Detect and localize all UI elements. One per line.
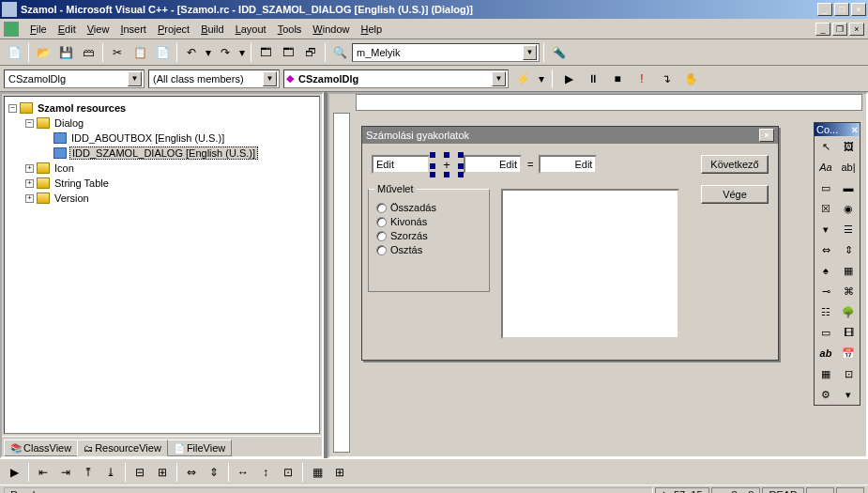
end-button[interactable]: Vége <box>701 185 769 204</box>
tool-pointer[interactable]: ↖ <box>815 136 837 157</box>
edit-result[interactable]: Edit <box>539 155 597 174</box>
tool-hscrollbar[interactable]: ⇔ <box>815 239 837 260</box>
align-left-button[interactable]: ⇤ <box>33 462 53 483</box>
maximize-button[interactable]: □ <box>834 3 849 16</box>
tree-string-table[interactable]: String Table <box>53 177 111 189</box>
tool-check-box[interactable]: ☒ <box>815 198 837 219</box>
toolbox-titlebar[interactable]: Co... × <box>815 123 860 136</box>
operation-groupbox[interactable]: Művelet Összadás Kivonás Szorzás Osztás <box>368 189 490 292</box>
open-button[interactable]: 📂 <box>33 42 53 63</box>
align-right-button[interactable]: ⇥ <box>55 462 76 483</box>
debug-break-button[interactable]: ⏸ <box>583 69 603 89</box>
tool-progress[interactable]: ▦ <box>837 260 860 281</box>
tool-tab-control[interactable]: ▭ <box>815 322 837 343</box>
tree-aboutbox[interactable]: IDD_ABOUTBOX [English (U.S.)] <box>69 132 226 144</box>
next-button[interactable]: Következő <box>701 155 769 174</box>
vertical-ruler[interactable] <box>333 113 350 453</box>
make-same-size-button[interactable]: ⊡ <box>278 462 298 483</box>
tool-extended-combo[interactable]: ▾ <box>837 384 860 405</box>
member-combo[interactable]: ◆ CSzamolDlg ▼ <box>283 69 509 88</box>
menu-layout[interactable]: Layout <box>230 22 272 37</box>
selection-handle[interactable] <box>430 172 435 177</box>
controls-toolbox[interactable]: Co... × ↖ 🖼 Aa ab| ▭ ▬ ☒ ◉ ▾ ☰ ⇔ ⇕ ♠ ▦ ⊸… <box>814 122 860 406</box>
copy-button[interactable]: 📋 <box>129 42 150 63</box>
menu-project[interactable]: Project <box>152 22 195 37</box>
menu-tools[interactable]: Tools <box>272 22 308 37</box>
filter-combo-arrow[interactable]: ▼ <box>263 71 277 86</box>
tree-collapse-root[interactable]: − <box>8 104 17 113</box>
mdi-doc-icon[interactable] <box>4 22 19 37</box>
tab-resourceview[interactable]: 🗂ResourceView <box>77 439 168 456</box>
edit-operand2[interactable]: Edit <box>464 155 522 174</box>
toggle-guides-button[interactable]: ⊞ <box>329 462 350 483</box>
undo-dropdown[interactable]: ▾ <box>204 42 213 63</box>
class-combo[interactable]: CSzamolDlg ▼ <box>4 69 145 88</box>
debug-hand-button[interactable]: ✋ <box>680 69 701 89</box>
minimize-button[interactable]: _ <box>817 3 832 16</box>
tab-fileview[interactable]: 📄FileView <box>167 439 232 456</box>
class-combo-arrow[interactable]: ▼ <box>128 71 142 86</box>
filter-combo[interactable]: (All class members) ▼ <box>148 69 280 88</box>
output-button[interactable]: 🗔 <box>278 42 298 63</box>
tool-month-calendar[interactable]: ▦ <box>815 363 837 384</box>
space-down-button[interactable]: ⇕ <box>204 462 224 483</box>
menu-help[interactable]: Help <box>356 22 388 37</box>
toolbox-close-button[interactable]: × <box>852 124 858 135</box>
space-across-button[interactable]: ⇔ <box>181 462 202 483</box>
dialog-preview[interactable]: Számolási gyakorlatok × Edit + <box>361 126 779 361</box>
selection-handle[interactable] <box>458 152 464 158</box>
tree-expand-version[interactable]: + <box>25 194 34 203</box>
tree-szamol-dialog[interactable]: IDD_SZAMOL_DIALOG [English (U.S.)] <box>69 146 258 160</box>
resource-tree[interactable]: − Szamol resources − Dialog IDD_ABOUTBOX… <box>4 96 320 434</box>
tree-expand-icon[interactable]: + <box>25 164 34 173</box>
wizard-action-dropdown[interactable]: ▾ <box>537 69 546 89</box>
design-canvas[interactable]: Számolási gyakorlatok × Edit + <box>358 122 857 447</box>
result-listbox[interactable] <box>501 189 679 339</box>
tool-combo-box[interactable]: ▾ <box>815 219 837 239</box>
align-bottom-button[interactable]: ⤓ <box>100 462 121 483</box>
center-vertical-button[interactable]: ⊟ <box>129 462 150 483</box>
undo-button[interactable]: ↶ <box>181 42 202 63</box>
save-button[interactable]: 💾 <box>55 42 76 63</box>
menu-build[interactable]: Build <box>195 22 229 37</box>
selection-handle[interactable] <box>458 163 464 169</box>
selection-handle[interactable] <box>430 152 435 158</box>
plus-label[interactable]: + <box>443 158 450 172</box>
find-combo[interactable]: m_Melyik ▼ <box>352 43 540 62</box>
tree-expand-string[interactable]: + <box>25 179 34 188</box>
tool-radio-button[interactable]: ◉ <box>837 198 860 219</box>
mdi-restore-button[interactable]: ❐ <box>832 23 847 36</box>
test-dialog-button[interactable]: ▶ <box>4 462 24 483</box>
edit-operand1[interactable]: Edit <box>372 155 430 174</box>
tab-classview[interactable]: 📚ClassView <box>4 439 78 456</box>
paste-button[interactable]: 📄 <box>152 42 173 63</box>
close-button[interactable]: × <box>851 3 866 16</box>
radio-division[interactable]: Osztás <box>376 244 481 255</box>
align-top-button[interactable]: ⤒ <box>78 462 99 483</box>
member-combo-arrow[interactable]: ▼ <box>492 71 506 86</box>
save-all-button[interactable]: 🗃 <box>78 42 99 63</box>
tool-static-text[interactable]: Aa <box>815 157 837 177</box>
radio-multiplication[interactable]: Szorzás <box>376 230 481 241</box>
window-list-button[interactable]: 🗗 <box>300 42 321 63</box>
menu-view[interactable]: View <box>82 22 115 37</box>
tool-list-box[interactable]: ☰ <box>837 219 860 239</box>
make-same-height-button[interactable]: ↕ <box>255 462 276 483</box>
selection-handle[interactable] <box>444 152 449 158</box>
redo-dropdown[interactable]: ▾ <box>237 42 247 63</box>
dialog-titlebar[interactable]: Számolási gyakorlatok × <box>362 127 778 144</box>
tool-animate[interactable]: 🎞 <box>837 322 860 343</box>
center-horizontal-button[interactable]: ⊞ <box>152 462 173 483</box>
tool-list-control[interactable]: ☷ <box>815 301 837 322</box>
menu-file[interactable]: File <box>24 22 53 37</box>
tool-spin[interactable]: ♠ <box>815 260 837 281</box>
selection-handle[interactable] <box>458 172 464 177</box>
mdi-minimize-button[interactable]: _ <box>815 23 830 36</box>
tree-collapse-dialog[interactable]: − <box>25 119 34 128</box>
debug-stop-button[interactable]: ■ <box>607 69 628 89</box>
tool-ip-address[interactable]: ⊡ <box>837 363 860 384</box>
horizontal-ruler[interactable] <box>356 94 862 111</box>
tool-hot-key[interactable]: ⌘ <box>837 281 860 301</box>
tool-tree-control[interactable]: 🌳 <box>837 301 860 322</box>
tree-root[interactable]: Szamol resources <box>36 102 128 114</box>
